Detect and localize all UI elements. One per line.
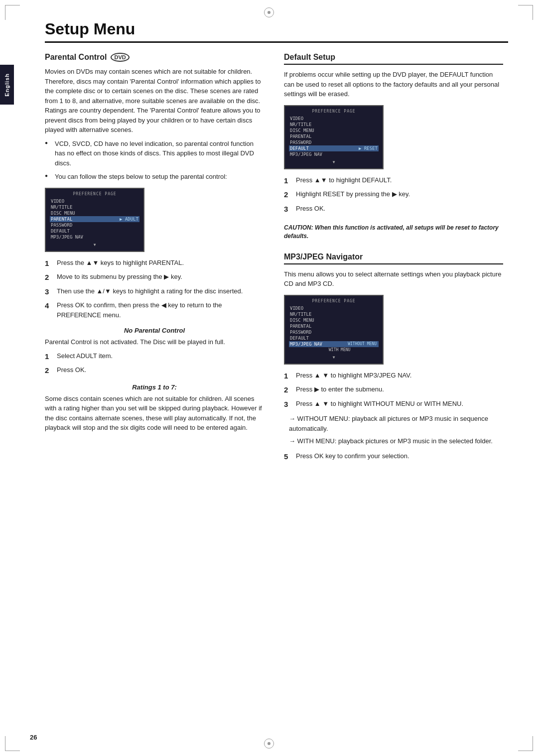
default-setup-intro: If problems occur while setting up the D… bbox=[284, 70, 503, 99]
screen-row-mp3-left: MP3/JPEG NAV bbox=[50, 234, 139, 240]
caution-box: CAUTION: When this function is activated… bbox=[284, 222, 503, 243]
no-parental-text: Parental Control is not activated. The D… bbox=[45, 337, 264, 347]
caution-text: CAUTION: When this function is activated… bbox=[284, 224, 503, 241]
mp3-steps: 1 Press ▲ ▼ to highlight MP3/JPEG NAV. 2… bbox=[284, 371, 503, 410]
screen-row-video: VIDEO bbox=[50, 198, 139, 204]
mp3-screen-arrow: ▾ bbox=[289, 354, 379, 361]
mp3-intro: This menu allows you to select alternate… bbox=[284, 269, 503, 289]
no-parental-steps: 1 Select ADULT item. 2 Press OK. bbox=[45, 351, 264, 377]
ds-screen-row-video: VIDEO bbox=[289, 116, 379, 122]
mp3-step-5: 5 Press OK key to confirm your selection… bbox=[284, 451, 503, 463]
with-menu-desc: → WITH MENU: playback pictures or MP3 mu… bbox=[289, 436, 503, 446]
dvd-badge: DVD bbox=[111, 53, 129, 62]
mp3-screen-row-parental: PARENTAL bbox=[289, 323, 379, 329]
screen-row-discmenu: DISC MENU bbox=[50, 210, 139, 216]
mp3-screen-row-video: VIDEO bbox=[289, 305, 379, 311]
parental-screen-title: PREFERENCE PAGE bbox=[50, 192, 139, 196]
default-setup-heading: Default Setup bbox=[284, 53, 503, 65]
mp3-step-1: 1 Press ▲ ▼ to highlight MP3/JPEG NAV. bbox=[284, 371, 503, 382]
ds-screen-row-mp3: MP3/JPEG NAV bbox=[289, 151, 379, 157]
bullet-item-1: VCD, SVCD, CD have no level indication, … bbox=[45, 139, 264, 168]
parental-step-1: 1 Press the ▲▼ keys to highlight PARENTA… bbox=[45, 258, 264, 269]
parental-step-4: 4 Press OK to confirm, then press the ◀ … bbox=[45, 300, 264, 320]
default-step-1: 1 Press ▲▼ to highlight DEFAULT. bbox=[284, 175, 503, 187]
without-menu-desc: → WITHOUT MENU: playback all pictures or… bbox=[289, 414, 503, 433]
mp3-screen-row-password: PASSWORD bbox=[289, 329, 379, 335]
parental-control-heading: Parental Control DVD bbox=[45, 53, 264, 62]
two-column-layout: Parental Control DVD Movies on DVDs may … bbox=[45, 53, 508, 466]
parental-step-2: 2 Move to its submenu by pressing the ▶ … bbox=[45, 272, 264, 283]
parental-steps: 1 Press the ▲▼ keys to highlight PARENTA… bbox=[45, 258, 264, 320]
default-screen-title: PREFERENCE PAGE bbox=[289, 109, 379, 114]
no-parental-step-1: 1 Select ADULT item. bbox=[45, 351, 264, 363]
mp3-navigator-heading: MP3/JPEG Navigator bbox=[284, 252, 503, 264]
ds-screen-row-nrtitle: NR/TITLE bbox=[289, 122, 379, 127]
ds-screen-row-default: DEFAULT▶ RESET bbox=[289, 145, 379, 151]
bullet-item-2: You can follow the steps below to setup … bbox=[45, 172, 264, 182]
parental-control-title: Parental Control bbox=[45, 53, 107, 62]
ds-screen-row-discmenu: DISC MENU bbox=[289, 127, 379, 133]
default-screen-mockup: PREFERENCE PAGE VIDEO NR/TITLE DISC MENU… bbox=[284, 105, 384, 169]
mp3-step5-list: 5 Press OK key to confirm your selection… bbox=[284, 451, 503, 463]
bullet-list: VCD, SVCD, CD have no level indication, … bbox=[45, 139, 264, 182]
ds-screen-row-password: PASSWORD bbox=[289, 139, 379, 145]
mp3-screen-row-nav: MP3/JPEG NAVWITHOUT MENU bbox=[289, 341, 379, 347]
mp3-screen-row-discmenu: DISC MENU bbox=[289, 317, 379, 323]
mp3-screen-row-default: DEFAULT bbox=[289, 335, 379, 341]
left-column: Parental Control DVD Movies on DVDs may … bbox=[45, 53, 264, 466]
parental-intro-text: Movies on DVDs may contain scenes which … bbox=[45, 67, 264, 135]
mp3-screen-mockup: PREFERENCE PAGE VIDEO NR/TITLE DISC MENU… bbox=[284, 295, 384, 365]
right-column: Default Setup If problems occur while se… bbox=[284, 53, 503, 466]
default-step-2: 2 Highlight RESET by pressing the ▶ key. bbox=[284, 189, 503, 201]
screen-row-parental: PARENTAL▶ ADULT bbox=[50, 216, 139, 222]
ds-screen-row-parental: PARENTAL bbox=[289, 133, 379, 139]
page-number: 26 bbox=[30, 734, 37, 741]
mp3-screen-row-withmenu: WITH MENU bbox=[289, 347, 379, 353]
no-parental-heading: No Parental Control bbox=[45, 327, 264, 334]
default-screen-arrow: ▾ bbox=[289, 158, 379, 165]
default-step-3: 3 Press OK. bbox=[284, 204, 503, 215]
page-title: Setup Menu bbox=[45, 20, 508, 43]
mp3-screen-title: PREFERENCE PAGE bbox=[289, 299, 379, 303]
parental-screen-mockup: PREFERENCE PAGE VIDEO NR/TITLE DISC MENU… bbox=[45, 188, 144, 252]
screen-row-password: PASSWORD bbox=[50, 222, 139, 228]
mp3-step-2: 2 Press ▶ to enter the submenu. bbox=[284, 384, 503, 396]
screen-row-nrtitle: NR/TITLE bbox=[50, 204, 139, 210]
no-parental-step-2: 2 Press OK. bbox=[45, 365, 264, 377]
ratings-text: Some discs contain scenes which are not … bbox=[45, 394, 264, 433]
page-title-area: Setup Menu bbox=[45, 20, 508, 43]
mp3-screen-row-nrtitle: NR/TITLE bbox=[289, 311, 379, 317]
screen-arrow-parental: ▾ bbox=[50, 241, 139, 248]
screen-row-default-left: DEFAULT bbox=[50, 228, 139, 234]
parental-step-3: 3 Then use the ▲/▼ keys to highlight a r… bbox=[45, 286, 264, 298]
default-steps: 1 Press ▲▼ to highlight DEFAULT. 2 Highl… bbox=[284, 175, 503, 215]
mp3-step-3: 3 Press ▲ ▼ to highlight WITHOUT MENU or… bbox=[284, 399, 503, 410]
ratings-heading: Ratings 1 to 7: bbox=[45, 383, 264, 391]
